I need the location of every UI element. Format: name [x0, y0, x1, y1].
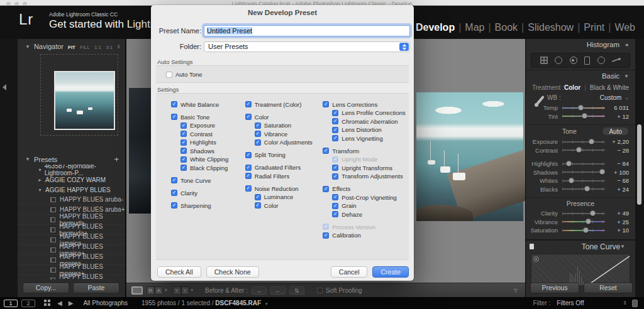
slider-thumb[interactable] — [590, 210, 596, 216]
setting-grain[interactable]: ✓Grain — [332, 202, 409, 209]
slider-thumb[interactable] — [583, 227, 589, 233]
setting-lens-vignetting[interactable]: ✓Lens Vignetting — [332, 135, 409, 142]
slider-track[interactable] — [562, 171, 605, 173]
preset-item-happy-blues-aruba[interactable]: HAPPY BLUES aruba- — [18, 195, 125, 205]
checkbox[interactable]: ✓ — [171, 101, 177, 107]
checkbox[interactable]: ✓ — [180, 131, 187, 137]
slider-track[interactable] — [562, 230, 605, 231]
checkbox[interactable]: ✓ — [323, 148, 329, 154]
module-web[interactable]: Web — [614, 22, 635, 33]
checkbox[interactable]: ✓ — [245, 114, 252, 120]
checkbox[interactable]: ✓ — [332, 211, 338, 217]
slider-track[interactable] — [562, 141, 605, 143]
previous-button[interactable]: Previous — [530, 283, 579, 293]
setting-radial-filters[interactable]: ✓Radial Filters — [245, 173, 317, 180]
zoom-mode-1-1[interactable]: 1:1 — [94, 45, 101, 50]
setting-noise-reduction[interactable]: ✓Noise Reduction — [245, 185, 317, 192]
check-all-button[interactable]: Check All — [157, 266, 201, 278]
zoom-stepper-icon[interactable]: ⇕ — [116, 44, 121, 50]
auto-tone-row[interactable]: Auto Tone — [166, 71, 409, 78]
after-view-button[interactable]: Y — [181, 286, 189, 295]
module-book[interactable]: Book — [495, 22, 518, 33]
setting-shadows[interactable]: ✓Shadows — [180, 148, 239, 154]
tone-curve-graph[interactable] — [531, 254, 630, 286]
disclosure-triangle-icon[interactable]: ▼ — [25, 44, 30, 50]
setting-calibration[interactable]: ✓Calibration — [323, 232, 409, 239]
zoom-mode-fill[interactable]: FILL — [80, 45, 90, 50]
setting-lens-profile-corrections[interactable]: ✓Lens Profile Corrections — [332, 109, 409, 116]
soft-proofing-checkbox[interactable] — [317, 288, 323, 293]
setting-upright-transforms[interactable]: ✓Upright Transforms — [332, 165, 409, 171]
disclosure-triangle-icon[interactable]: ▼ — [25, 156, 30, 162]
checkbox[interactable]: ✓ — [180, 122, 187, 129]
setting-exposure[interactable]: ✓Exposure — [180, 122, 239, 129]
selected-filename[interactable]: DSCF4845.RAF — [215, 300, 261, 306]
secondary-monitor-button[interactable]: 2 — [21, 300, 35, 307]
auto-tone-checkbox[interactable] — [166, 72, 172, 78]
left-panel-gutter[interactable] — [0, 39, 18, 297]
setting-graduated-filters[interactable]: ✓Graduated Filters — [245, 164, 317, 171]
setting-sharpening[interactable]: ✓Sharpening — [171, 202, 239, 209]
checkbox[interactable]: ✓ — [332, 118, 338, 124]
checkbox[interactable]: ✓ — [323, 232, 329, 239]
collapse-triangle-icon[interactable]: ◄ — [624, 42, 629, 48]
slider-thumb[interactable] — [586, 219, 591, 224]
zoom-mode-3-1[interactable]: 3:1 — [106, 45, 113, 50]
setting-lens-corrections[interactable]: ✓Lens Corrections — [323, 101, 409, 108]
module-map[interactable]: Map — [465, 22, 484, 33]
setting-color[interactable]: ✓Color — [255, 202, 317, 209]
setting-dehaze[interactable]: ✓Dehaze — [332, 211, 409, 218]
slider-track[interactable] — [562, 180, 605, 182]
presets-header[interactable]: ▼ Presets + — [25, 154, 119, 164]
reference-view-r-button[interactable]: R — [147, 286, 155, 295]
copy-before-to-after-button[interactable]: → — [252, 286, 267, 295]
disclosure-triangle-icon[interactable]: ▼ — [38, 188, 45, 192]
wb-stepper-icon[interactable]: ⌄ — [625, 95, 629, 100]
setting-contrast[interactable]: ✓Contrast — [180, 131, 239, 138]
before-view-button[interactable]: Y — [173, 286, 181, 295]
disclosure-triangle-icon[interactable]: ▼ — [620, 244, 625, 249]
checkbox[interactable]: ✓ — [245, 185, 252, 192]
setting-post-crop-vignetting[interactable]: ✓Post-Crop Vignetting — [332, 194, 409, 201]
checkbox[interactable]: ✓ — [171, 202, 177, 209]
checkbox[interactable]: ✓ — [255, 194, 261, 200]
checkbox[interactable]: ✓ — [332, 203, 338, 209]
add-preset-button[interactable]: + — [114, 154, 119, 164]
grid-view-icon[interactable] — [44, 300, 51, 306]
chevron-down-icon[interactable]: ▾ — [191, 288, 194, 293]
slider-thumb[interactable] — [599, 169, 605, 175]
slider-track[interactable] — [562, 107, 605, 109]
panel-toggle-switch[interactable] — [530, 244, 534, 249]
previous-photo-icon[interactable]: ◀ — [57, 300, 62, 306]
filter-select[interactable]: Filters Off — [557, 300, 623, 306]
basic-panel-header[interactable]: Basic ▼ — [526, 70, 635, 82]
checkbox[interactable]: ✓ — [255, 139, 261, 146]
reference-view-a-button[interactable]: A — [155, 286, 163, 295]
module-develop[interactable]: Develop — [416, 22, 455, 33]
slider-thumb[interactable] — [589, 139, 594, 144]
collapse-left-panel-icon[interactable] — [3, 84, 6, 90]
slider-track[interactable] — [562, 213, 605, 214]
setting-highlights[interactable]: ✓Highlights — [180, 139, 239, 146]
checkbox[interactable]: ✓ — [255, 202, 261, 209]
loupe-view-icon[interactable] — [131, 286, 143, 295]
source-indicator[interactable]: All Photographs — [83, 300, 128, 306]
white-balance-eyedropper-icon[interactable] — [533, 94, 547, 109]
swap-before-after-button[interactable]: ⇅ — [289, 286, 304, 295]
setting-vibrance[interactable]: ✓Vibrance — [255, 131, 317, 138]
spot-removal-icon[interactable] — [555, 57, 562, 64]
slider-track[interactable] — [562, 163, 605, 165]
filter-toggle-switch[interactable] — [632, 300, 638, 307]
setting-lens-distortion[interactable]: ✓Lens Distortion — [332, 126, 409, 133]
setting-transform[interactable]: ✓Transform — [323, 148, 409, 154]
checkbox[interactable]: ✓ — [323, 186, 329, 192]
setting-white-clipping[interactable]: ✓White Clipping — [180, 156, 239, 163]
setting-color-adjustments[interactable]: ✓Color Adjustments — [255, 139, 317, 146]
tone-curve-header[interactable]: Tone Curve ▼ — [526, 239, 635, 252]
checkbox[interactable]: ✓ — [180, 148, 187, 154]
checkbox[interactable]: ✓ — [245, 173, 252, 179]
auto-tone-button[interactable]: Auto — [602, 127, 629, 136]
checkbox[interactable]: ✓ — [332, 165, 338, 171]
paste-button[interactable]: Paste — [73, 283, 119, 293]
module-slideshow[interactable]: Slideshow — [528, 22, 574, 33]
